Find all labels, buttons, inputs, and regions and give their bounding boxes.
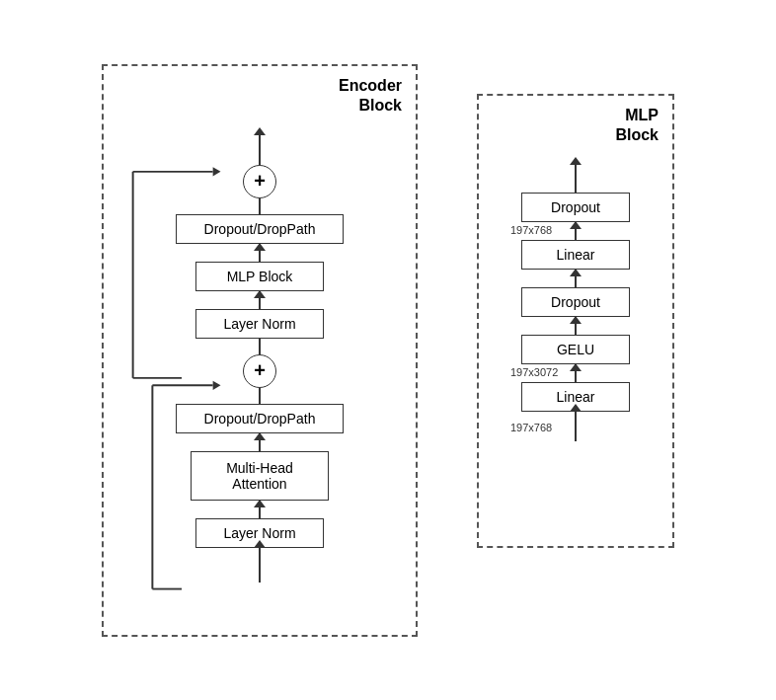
mlp-block-node: MLP Block — [195, 262, 324, 291]
mlp-dropout-2: Dropout — [521, 193, 630, 222]
dropout-droppath-2: Dropout/DropPath — [176, 214, 344, 244]
layer-norm-2: Layer Norm — [195, 309, 324, 339]
mlp-gelu: GELU — [521, 335, 630, 364]
encoder-block: EncoderBlock + — [102, 64, 418, 637]
mlp-linear-2: Linear — [521, 240, 630, 270]
mlp-dropout-1: Dropout — [521, 287, 630, 317]
add-circle-1: + — [243, 354, 276, 388]
encoder-block-title: EncoderBlock — [339, 76, 402, 117]
dim-label-197x3072: 197x3072 — [510, 366, 558, 378]
dim-label-197x768-bottom: 197x768 — [510, 422, 552, 433]
mlp-block: MLPBlock Dropout 197x768 Linear Dropout … — [477, 94, 674, 548]
dim-label-197x768-top: 197x768 — [510, 224, 552, 236]
multi-head-attention: Multi-HeadAttention — [191, 451, 329, 501]
dropout-droppath-1: Dropout/DropPath — [176, 404, 344, 433]
mlp-block-title: MLPBlock — [615, 106, 659, 147]
diagram-container: EncoderBlock + — [0, 44, 776, 657]
add-circle-2: + — [243, 165, 276, 198]
mlp-inner: Dropout 197x768 Linear Dropout GELU 197x… — [508, 165, 643, 441]
encoder-inner: + Dropout/DropPath MLP Block Layer Norm … — [133, 135, 386, 583]
